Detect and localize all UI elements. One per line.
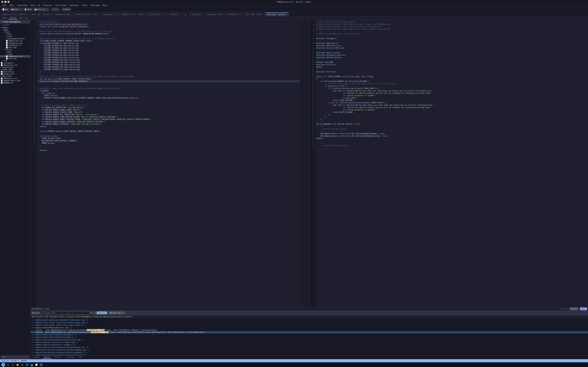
tab2-main[interactable]: main.cpp [18, 17, 29, 19]
tree-item-apps[interactable]: ▾ apps [0, 29, 30, 31]
save-button[interactable]: 💾 Save [23, 8, 33, 11]
taskbar-kate-icon[interactable]: K [39, 363, 43, 367]
result-file-colorpicker[interactable]: ▸ ✓ addons/colorpicker/katecolorpickerpl… [31, 338, 588, 341]
taskbar-app2[interactable]: ⚙ [11, 363, 15, 367]
search-button[interactable]: Search [569, 307, 579, 310]
tree-item-kate[interactable]: ▾ kate [0, 31, 30, 33]
result-file-ce-widget1[interactable]: ▸ ✓ addons/compiler-explorer/ce_widget.c… [31, 341, 588, 343]
menu-selection[interactable]: Selection [16, 4, 29, 7]
tree-item-singleapp[interactable]: ▸ SingleApplication [0, 38, 30, 40]
tree-item-icons[interactable]: ▸ icons [0, 35, 30, 38]
tab-katewaiter-cpp[interactable]: katewaiter.cpp × [53, 12, 74, 16]
menu-projects[interactable]: Projects [42, 4, 54, 7]
menu-go[interactable]: Go [37, 4, 42, 7]
tree-item-readme[interactable]: 📄 README.md [0, 82, 30, 84]
replace-input[interactable] [69, 311, 89, 314]
result-file-externaltools2[interactable]: ▸ ✓ addons/externaltools/kateexternaltoo… [31, 349, 588, 351]
open-button[interactable]: 📂 Open... [10, 8, 22, 11]
tree-item-katewaiter-cpp[interactable]: 📄 katewaiter.cpp [0, 42, 30, 44]
tree-item-cmake2[interactable]: 📄 CMakeLists.txt [0, 77, 30, 80]
tab-lsp[interactable]: LSP [77, 356, 84, 359]
replace-checked-button[interactable]: Replace Che... [108, 311, 125, 314]
tab-close-icon[interactable]: × [98, 14, 99, 15]
tab2-apps[interactable]: apps [1, 17, 8, 19]
menu-settings[interactable]: Settings [89, 4, 101, 7]
tab-main-kate[interactable]: main.cpp - kate × [244, 12, 265, 16]
result-file-cmake-tools1[interactable]: ▸ ✓ addons/cmake-tools/cmaketoolsplugin.… [31, 333, 588, 336]
code-area-left[interactable]: # kwrite application add_executable(kwri… [37, 20, 301, 307]
tab-close-icon[interactable]: × [240, 14, 242, 15]
tree-item-cmake1[interactable]: 📄 CMakeLists.txt [0, 40, 30, 42]
tab-close-icon[interactable]: × [182, 14, 184, 15]
tree-item-kwrite-folder[interactable]: ▾ kwrite [0, 49, 30, 51]
maximize-window-button[interactable] [8, 1, 9, 3]
tree-item-cmake-kwrite[interactable]: 📄 CMakeLists.txt [0, 55, 30, 58]
tab-cmake-kwrite[interactable]: CMakeLists.txt - kwrite × [0, 12, 30, 16]
result-file-cmake-tools2[interactable]: ▸ ✓ addons/cmake-tools/cmaketoolsplugin.… [31, 336, 588, 338]
tree-item-kateproject[interactable]: 📄 kateproject [0, 73, 30, 75]
menu-view[interactable]: View [29, 4, 36, 7]
minimize-window-button[interactable] [4, 1, 7, 3]
tab-project[interactable]: Project [52, 356, 64, 359]
tab-overflow-button[interactable]: ▶ [186, 14, 189, 16]
tree-item-kateconfig[interactable]: 📄 kateconfig [0, 71, 30, 73]
result-file-close-except2[interactable]: ▸ ✓ addons/close-except-like/close_excep… [31, 324, 588, 326]
result-file-externaltools1[interactable]: ▸ ✓ addons/externaltools/kateexternaltoo… [31, 346, 588, 349]
tab-katewaiter2[interactable]: katewaiter.cpp × [205, 12, 226, 16]
tab-katesplit[interactable]: katesplit... × [168, 12, 186, 16]
tab-close-icon[interactable]: × [116, 14, 118, 15]
tab-gitignore[interactable]: .gitignore × [189, 12, 205, 16]
tab-cmake-kate[interactable]: CMakeLists.txt - kate × [74, 12, 101, 16]
result-match-1[interactable]: ✓ 68:41 void CMakeCompletion::completion… [31, 329, 588, 331]
new-button[interactable]: 📄 New [1, 8, 9, 11]
filter-input[interactable] [1, 356, 30, 359]
tree-item-cmake-lyml[interactable]: ▸ cmake-lyml [0, 68, 30, 71]
tab-close-icon[interactable]: × [144, 14, 145, 15]
close-button[interactable]: ✕ Close [61, 8, 71, 11]
menu-lsp[interactable]: LSP Client [54, 4, 68, 7]
tab-close-icon[interactable]: × [285, 14, 287, 15]
tab-close-icon[interactable]: × [70, 14, 72, 15]
tree-item-katewaiter-h[interactable]: 📄 katewaiter.h [0, 44, 30, 46]
menu-file[interactable]: File [1, 4, 8, 7]
tree-item-kwrite-icons[interactable]: ▸ icons [0, 53, 30, 55]
tab-katesplitter[interactable]: katesplitter.h × [147, 12, 168, 16]
taskbar-app7[interactable]: 📝 [35, 363, 38, 367]
tree-item-lib[interactable]: ▸ lib [0, 60, 30, 62]
search-input[interactable] [41, 311, 68, 314]
replace-button[interactable]: Replace [97, 311, 107, 314]
result-file-ce-widget2[interactable]: ▸ ✓ addons/compiler-explorer/ce_widget.h… [31, 343, 588, 346]
tab-cmake-apps[interactable]: CMakeLists.txt - apps × [120, 12, 147, 16]
menu-sessions[interactable]: Sessions [68, 4, 80, 7]
taskbar-app5[interactable]: 🌐 [25, 363, 29, 367]
tab-close-icon[interactable]: × [202, 14, 203, 15]
result-file-close-except1[interactable]: ▸ ✓ addons/close-except-like/close_excep… [31, 321, 588, 324]
undo-button[interactable]: ↩ Undo [51, 8, 59, 11]
tab-close-icon[interactable]: × [222, 14, 224, 15]
close-window-button[interactable] [1, 1, 3, 3]
menu-help[interactable]: Help [101, 4, 109, 7]
tree-item-data[interactable]: ▸ data [0, 33, 30, 35]
result-file-backtracebrowser[interactable]: ▸ ✓ addons/backtracebrowser/katebacktrac… [31, 319, 588, 321]
tree-item-cmakepresets[interactable]: 📄 CmakePresets.json [0, 80, 30, 82]
tab-close-icon[interactable]: × [262, 14, 263, 15]
tab-close-icon[interactable]: × [50, 14, 51, 15]
tab-output[interactable]: Output [31, 356, 42, 359]
tab-close-icon[interactable]: × [26, 14, 28, 15]
taskbar-app4[interactable]: 🖥 [20, 363, 24, 367]
tree-item-addons[interactable]: ▾ addons [0, 26, 30, 29]
save-as-button[interactable]: 💾 Save As... [33, 8, 49, 11]
menu-edit[interactable]: Edit [8, 4, 16, 7]
next-button[interactable]: Next [580, 307, 587, 310]
tab-main-kwrite[interactable]: main.cpp - kwrite × [30, 12, 53, 16]
tree-item-main1[interactable]: 📄 main.cpp [0, 46, 30, 49]
result-file-cmake[interactable]: ▾ ✓ addons/cmake/CMakecompletion.cpp: 2 [31, 326, 588, 329]
taskbar-app1[interactable]: 🗂 [6, 363, 10, 367]
taskbar-kde-icon[interactable]: 🔷 [1, 363, 5, 367]
tree-item-main-kwrite[interactable]: 📄 main.cpp [0, 58, 30, 60]
tab-terminal[interactable]: Terminal [64, 356, 76, 359]
menu-tools[interactable]: Tools [80, 4, 89, 7]
taskbar-app3[interactable]: 📁 [16, 363, 19, 367]
tab-katewaiter-h[interactable]: katewaiter.h × [101, 12, 120, 16]
tab-main-kwrite2[interactable]: main.cpp - kwrite × [265, 12, 289, 16]
